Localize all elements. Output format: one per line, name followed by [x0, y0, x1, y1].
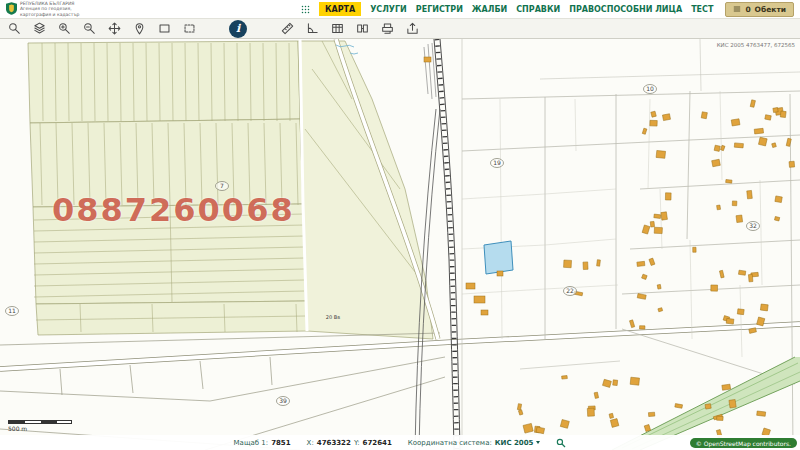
map-viewport[interactable]: 719103222391120 Вв 0887260068 КИС 2005 4… — [0, 39, 800, 450]
scalebar-label: 500 m — [8, 425, 72, 432]
zoom-out-tool[interactable] — [80, 20, 98, 38]
pan-tool[interactable] — [105, 20, 123, 38]
map-toolbar: i — [0, 18, 800, 39]
svg-text:19: 19 — [493, 159, 501, 166]
coat-of-arms-icon — [6, 2, 17, 15]
zoom-in-icon — [58, 22, 71, 35]
x-label: X: — [307, 439, 314, 447]
measure-angle-tool[interactable] — [303, 20, 321, 38]
nav-tab-pravosposobni[interactable]: ПРАВОСПОСОБНИ ЛИЦА — [569, 5, 682, 14]
search-icon — [556, 438, 566, 448]
swipe-tool[interactable] — [353, 20, 371, 38]
svg-text:22: 22 — [566, 287, 574, 294]
scale-label: Мащаб 1: — [234, 439, 269, 447]
svg-text:7: 7 — [220, 182, 224, 189]
logo-text: РЕПУБЛИКА БЪЛГАРИЯ Агенция по геодезия, … — [20, 1, 79, 17]
watermark-phone: 0887260068 — [52, 191, 295, 229]
scalebar-ruler — [8, 420, 72, 424]
nav-tab-test[interactable]: ТЕСТ — [691, 5, 713, 14]
apps-grid-icon[interactable] — [301, 5, 310, 14]
attribute-table-icon — [331, 22, 344, 35]
nav-tab-uslugi[interactable]: УСЛУГИ — [370, 5, 407, 14]
nav-tab-karta[interactable]: КАРТА — [319, 2, 361, 16]
main-nav: КАРТА УСЛУГИ РЕГИСТРИ ЖАЛБИ СПРАВКИ ПРАВ… — [301, 2, 713, 16]
layers-tool[interactable] — [30, 20, 48, 38]
pan-icon — [108, 22, 121, 35]
search-tool[interactable] — [5, 20, 23, 38]
coordinate-search-button[interactable] — [556, 438, 566, 448]
y-value: 672641 — [363, 439, 392, 447]
scale-value: 7851 — [271, 439, 290, 447]
print-icon — [381, 22, 394, 35]
nav-tab-zhalbi[interactable]: ЖАЛБИ — [472, 5, 507, 14]
svg-text:10: 10 — [646, 85, 654, 92]
chevron-down-icon — [536, 441, 540, 444]
objects-button[interactable]: 0 Обекти — [725, 2, 794, 17]
svg-text:11: 11 — [8, 307, 16, 314]
select-rectangle-tool[interactable] — [155, 20, 173, 38]
location-marker-tool[interactable] — [130, 20, 148, 38]
measure-distance-icon — [281, 22, 294, 35]
select-rectangle-icon — [158, 22, 171, 35]
search-icon — [8, 22, 21, 35]
export-tool[interactable] — [403, 20, 421, 38]
select-extent-icon — [183, 22, 196, 35]
zoom-in-tool[interactable] — [55, 20, 73, 38]
corner-coordinates: КИС 2005 4763477, 672565 — [717, 42, 795, 48]
crs-group: Координатна система: КИС 2005 — [408, 439, 541, 447]
measure-distance-tool[interactable] — [278, 20, 296, 38]
crs-select[interactable]: КИС 2005 — [495, 439, 541, 447]
export-icon — [406, 22, 419, 35]
scalebar: 500 m — [8, 420, 72, 432]
objects-list-icon — [733, 5, 741, 13]
nav-tab-registri[interactable]: РЕГИСТРИ — [416, 5, 463, 14]
crs-value: КИС 2005 — [495, 439, 534, 447]
osm-attribution[interactable]: © OpenStreetMap contributors. — [690, 438, 797, 448]
info-icon: i — [236, 23, 240, 34]
attribute-table-tool[interactable] — [328, 20, 346, 38]
objects-label: Обекти — [755, 5, 786, 14]
location-marker-icon — [133, 22, 146, 35]
agency-logo[interactable]: РЕПУБЛИКА БЪЛГАРИЯ Агенция по геодезия, … — [6, 1, 79, 17]
print-tool[interactable] — [378, 20, 396, 38]
info-tool[interactable]: i — [229, 20, 247, 38]
layers-icon — [33, 22, 46, 35]
crs-label: Координатна система: — [408, 439, 492, 447]
objects-count: 0 — [745, 5, 750, 14]
app-window: РЕПУБЛИКА БЪЛГАРИЯ Агенция по геодезия, … — [0, 0, 800, 450]
nav-tab-spravki[interactable]: СПРАВКИ — [516, 5, 560, 14]
y-label: Y: — [354, 439, 360, 447]
statusbar: Мащаб 1: 7851 X: 4763322 Y: 672641 Коорд… — [0, 435, 800, 450]
selected-parcel[interactable] — [484, 241, 513, 274]
x-value: 4763322 — [317, 439, 351, 447]
svg-text:20 Вв: 20 Вв — [326, 314, 340, 320]
top-header: РЕПУБЛИКА БЪЛГАРИЯ Агенция по геодезия, … — [0, 0, 800, 18]
svg-text:39: 39 — [279, 397, 287, 404]
osm-attribution-text: © OpenStreetMap contributors. — [696, 440, 791, 447]
select-extent-tool[interactable] — [180, 20, 198, 38]
coordinates-readout: X: 4763322 Y: 672641 — [307, 439, 392, 447]
measure-angle-icon — [306, 22, 319, 35]
zoom-out-icon — [83, 22, 96, 35]
map-canvas[interactable]: 719103222391120 Вв — [0, 39, 800, 450]
scale-readout: Мащаб 1: 7851 — [234, 439, 291, 447]
svg-text:32: 32 — [749, 222, 757, 229]
swipe-icon — [356, 22, 369, 35]
